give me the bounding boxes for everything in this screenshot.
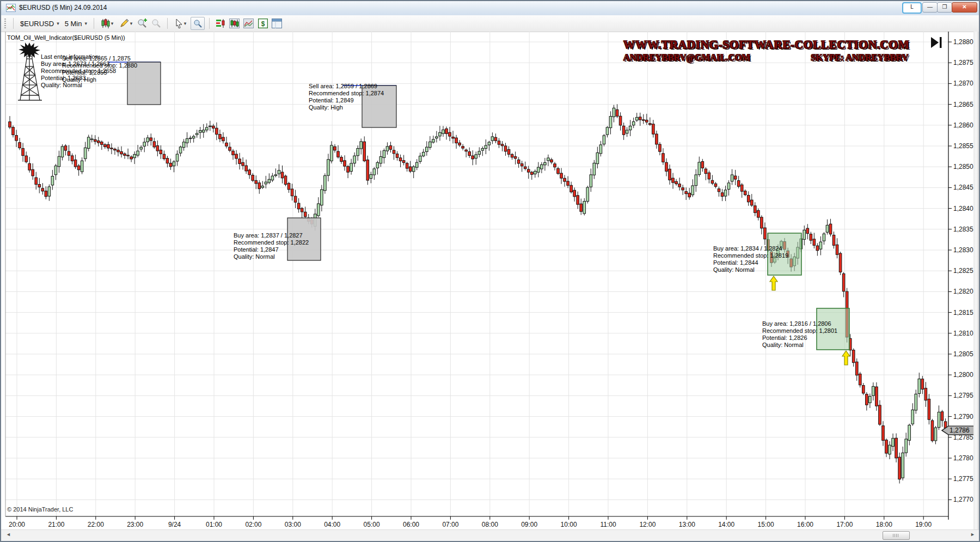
title-bar[interactable]: $EURUSD (5 Min) 24.09.2014 L — ❐ ✕ [1,1,979,16]
svg-text:1,2880: 1,2880 [953,38,973,46]
zoom-in-button[interactable] [136,17,149,29]
current-price-value: 1,2786 [950,427,970,434]
svg-text:1,2770: 1,2770 [953,496,973,503]
separator [167,18,168,29]
bars-panel-button[interactable] [228,17,241,29]
cursor-button[interactable]: ▾ [172,17,189,29]
svg-text:10:00: 10:00 [561,521,577,528]
sell-top-annotation: Sell area: 1,2865 / 1,2875Recommended st… [62,55,137,83]
svg-text:1,2855: 1,2855 [953,142,973,150]
cursor-icon [175,19,183,28]
scrollbar-thumb[interactable] [883,531,910,540]
svg-text:23:00: 23:00 [127,521,143,528]
svg-text:01:00: 01:00 [206,521,222,528]
drawing-tools-button[interactable]: ▾ [117,17,134,29]
svg-text:03:00: 03:00 [285,521,301,528]
pencil-icon [119,19,129,28]
svg-text:1,2825: 1,2825 [953,267,973,275]
instrument-selector[interactable]: $EURUSD ▾ [17,19,62,29]
svg-text:1,2820: 1,2820 [953,288,973,295]
svg-text:09:00: 09:00 [521,521,537,528]
data-box-button[interactable] [191,17,205,30]
up-arrow-marker [842,351,850,365]
horizontal-scrollbar[interactable]: ◄ ► [1,529,979,540]
toolbar-grip[interactable] [4,19,6,28]
dollar-icon: $ [258,19,268,28]
sell-mid-annotation: Sell area: 1,2859 / 1,2869Recommended st… [309,83,384,111]
svg-text:1,2810: 1,2810 [953,330,973,337]
separator [94,18,94,29]
link-button[interactable]: L [902,2,922,14]
svg-text:1,2795: 1,2795 [953,392,973,399]
output-panel-button[interactable] [271,17,284,29]
chart-trader-button[interactable] [214,17,227,29]
zoom-in-icon [137,19,147,28]
svg-text:1,2805: 1,2805 [953,350,973,358]
bars-panel-icon [229,19,240,28]
watermark-site: WWW.TRADING-SOFTWARE-COLLECTION.COM [623,38,909,52]
minimize-button[interactable]: — [922,2,938,13]
oil-well-icon [16,41,44,102]
chart-app-icon [6,4,16,12]
close-button[interactable]: ✕ [952,2,977,13]
chevron-down-icon: ▾ [111,21,114,26]
svg-text:1,2850: 1,2850 [953,163,973,170]
svg-text:1,2865: 1,2865 [953,101,973,108]
buy-right1-annotation: Buy area: 1,2834 / 1,2824Recommended sto… [713,245,788,273]
window-title: $EURUSD (5 Min) 24.09.2014 [19,4,107,11]
account-dollar-button[interactable]: $ [256,17,270,29]
svg-text:12:00: 12:00 [639,521,656,528]
svg-text:15:00: 15:00 [758,521,774,528]
go-to-end-icon[interactable] [930,36,944,49]
thumb-grip [893,534,899,537]
svg-text:1,2790: 1,2790 [953,413,973,421]
watermark: WWW.TRADING-SOFTWARE-COLLECTION.COM ANDR… [623,38,909,63]
interval-selector[interactable]: 5 Min ▾ [62,19,90,29]
svg-text:1,2840: 1,2840 [953,205,973,212]
maximize-button[interactable]: ❐ [937,2,952,13]
svg-text:1,2870: 1,2870 [953,80,973,87]
up-arrow-marker [770,276,777,290]
separator [209,18,210,29]
buy-mid-annotation: Buy area: 1,2837 / 1,2827Recommended sto… [234,232,309,260]
svg-text:1,2875: 1,2875 [953,59,973,66]
svg-text:16:00: 16:00 [797,521,813,528]
right-edge-strip [973,32,979,529]
svg-text:1,2835: 1,2835 [953,226,973,233]
svg-text:13:00: 13:00 [679,521,695,528]
chevron-down-icon: ▾ [57,21,59,26]
chevron-down-icon: ▾ [84,21,87,26]
indicator-label: TOM_Oil_Well_Indicator($EURUSD (5 Min)) [7,34,125,41]
svg-text:1,2800: 1,2800 [953,371,973,379]
toolbar: $EURUSD ▾ 5 Min ▾ ▾ ▾ [1,15,979,32]
scroll-left-arrow[interactable]: ◄ [6,532,11,537]
candlestick-icon [101,19,110,28]
svg-text:1,2780: 1,2780 [953,454,973,462]
chart-style-button[interactable]: ▾ [99,17,116,29]
svg-text:06:00: 06:00 [403,521,419,528]
svg-text:05:00: 05:00 [364,521,380,528]
panel-icon [272,19,282,28]
svg-text:08:00: 08:00 [482,521,498,528]
price-chart[interactable]: 1,28801,28751,28701,28651,28601,28551,28… [1,32,979,529]
zoom-out-icon [151,19,161,28]
svg-text:19:00: 19:00 [915,521,932,528]
svg-text:1,2830: 1,2830 [953,246,973,254]
svg-text:11:00: 11:00 [600,521,616,528]
instrument-label: $EURUSD [20,20,54,28]
watermark-email: ANDREYBBRV@GMAIL.COM [623,52,750,63]
svg-text:1,2845: 1,2845 [953,184,973,191]
line-chart-icon [243,19,254,28]
zoom-out-button[interactable] [150,17,163,29]
svg-text:04:00: 04:00 [324,521,340,528]
line-chart-button[interactable] [242,17,255,29]
scroll-right-arrow[interactable]: ► [970,532,975,537]
separator [13,18,14,29]
svg-text:21:00: 21:00 [48,521,64,528]
watermark-skype: SKYPE: ANDREYBBRV [811,52,909,63]
magnifier-icon [193,19,202,28]
svg-text:02:00: 02:00 [245,521,261,528]
svg-text:$: $ [261,20,265,28]
svg-text:1,2775: 1,2775 [953,475,973,483]
svg-text:9/24: 9/24 [168,521,181,528]
